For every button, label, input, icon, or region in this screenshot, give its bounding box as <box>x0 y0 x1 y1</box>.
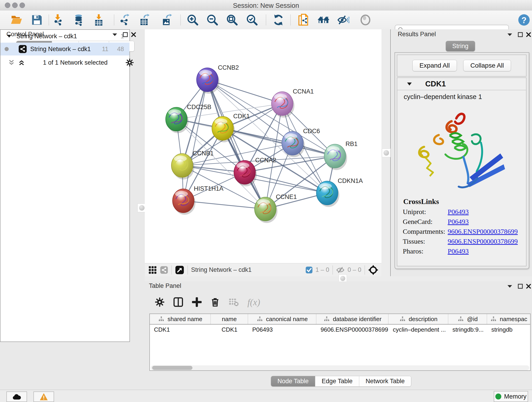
export-table-button[interactable] <box>138 13 151 27</box>
edge-CCNE1-HIST1H1A[interactable] <box>183 201 265 209</box>
zoom-fit-button[interactable] <box>225 13 239 27</box>
close-panel-icon[interactable] <box>130 31 138 38</box>
import-table-button[interactable] <box>92 13 105 27</box>
column-header[interactable]: shared name <box>150 314 211 324</box>
scrollbar-thumb[interactable] <box>152 366 192 370</box>
column-header[interactable]: @id <box>448 314 487 324</box>
first-neighbors-button[interactable] <box>317 13 330 27</box>
column-header[interactable]: canonical name <box>248 314 317 324</box>
toolbar-separator <box>365 265 365 274</box>
table-cell[interactable]: 9606.ENSP00000378699 <box>317 325 389 335</box>
string-network-icon <box>18 45 27 53</box>
delete-column-trash-icon[interactable] <box>210 297 220 307</box>
export-network-icon <box>118 14 131 26</box>
zoom-in-icon <box>186 14 199 26</box>
column-header[interactable]: namespac <box>487 314 530 324</box>
title-bar: Session: New Session <box>0 0 532 11</box>
crosslink-link[interactable]: P06493 <box>448 247 469 255</box>
node-RB1[interactable]: RB1 <box>324 140 358 170</box>
network-collection-row[interactable]: String Network – cdk1 1 <box>0 30 129 43</box>
toolbar-separator <box>332 265 333 274</box>
node-HIST1H1A[interactable]: HIST1H1A <box>172 185 223 215</box>
expand-all-button[interactable]: Expand All <box>412 60 457 71</box>
crosslink-link[interactable]: 9606.ENSP00000378699 <box>448 228 518 235</box>
results-panel-tabs: String <box>446 41 475 51</box>
apply-layout-button[interactable] <box>272 13 285 27</box>
import-network-from-database-button[interactable] <box>72 13 85 27</box>
node-CDC6[interactable]: CDC6 <box>282 128 320 157</box>
column-header[interactable]: database identifier <box>317 314 389 324</box>
crosslink-label: Tissues: <box>403 237 448 245</box>
crosslink-link[interactable]: 9606.ENSP00000378699 <box>448 237 518 245</box>
tab-network-table[interactable]: Network Table <box>359 376 411 386</box>
right-splitter-handle[interactable] <box>382 148 391 157</box>
collection-disclosure-icon[interactable] <box>7 35 12 38</box>
network-graph[interactable]: CCNB2CCNA1CDC25BCDK1CDC6RB1CCNB1CCNA2CDK… <box>145 29 381 263</box>
collapse-all-networks-icon[interactable] <box>8 59 15 66</box>
tab-node-table[interactable]: Node Table <box>271 376 315 386</box>
horizontal-scrollbar[interactable] <box>151 365 529 370</box>
tab-edge-table[interactable]: Edge Table <box>315 376 359 386</box>
hide-selected-button[interactable] <box>336 13 350 27</box>
selected-checkbox-icon[interactable] <box>305 266 313 274</box>
table-cell[interactable]: P06493 <box>248 325 317 335</box>
horizontal-splitter[interactable] <box>145 276 532 281</box>
open-session-button[interactable] <box>10 13 23 27</box>
image-export-icon <box>161 14 173 26</box>
table-cell[interactable]: stringdb:9... <box>448 325 487 335</box>
clone-network-button[interactable] <box>298 13 311 27</box>
toolbar-separator <box>187 265 188 274</box>
export-network-button[interactable] <box>118 13 131 27</box>
float-panel-icon[interactable] <box>516 31 524 38</box>
zoom-out-button[interactable] <box>206 13 219 27</box>
node-CCNA1[interactable]: CCNA1 <box>272 88 314 118</box>
hidden-eye-slash-icon[interactable] <box>336 266 345 274</box>
selected-node-edge-counts: 1 – 0 <box>316 266 329 274</box>
network-canvas[interactable]: CCNB2CCNA1CDC25BCDK1CDC6RB1CCNB1CCNA2CDK… <box>145 29 381 263</box>
table-cell[interactable]: stringdb <box>487 325 530 335</box>
create-column-plus-icon[interactable] <box>192 297 202 307</box>
zoom-selected-button[interactable] <box>245 13 259 27</box>
close-panel-icon[interactable] <box>525 31 532 38</box>
export-image-button[interactable] <box>160 13 174 27</box>
protein-card-header[interactable]: CDK1 <box>397 78 526 90</box>
expand-all-networks-icon[interactable] <box>18 59 25 66</box>
show-grid-icon[interactable] <box>148 266 157 274</box>
protein-name: CDK1 <box>425 80 446 88</box>
center-view-crosshair-icon[interactable] <box>368 265 378 275</box>
table-cell[interactable]: CDK1 <box>211 325 248 335</box>
right-splitter[interactable] <box>381 29 392 276</box>
birdseye-view-icon[interactable] <box>175 265 184 274</box>
network-row[interactable]: String Network – cdk1 11 48 <box>0 43 129 56</box>
network-share-icon[interactable] <box>160 266 168 274</box>
float-panel-icon[interactable] <box>516 283 524 290</box>
table-row[interactable]: CDK1 CDK1 P06493 9606.ENSP00000378699 cy… <box>150 325 530 335</box>
protein-disclosure-icon[interactable] <box>407 82 412 86</box>
tab-string[interactable]: String <box>446 41 475 51</box>
table-settings-gear-icon[interactable] <box>155 297 165 307</box>
show-all-button[interactable] <box>359 13 372 27</box>
cloud-status-button[interactable] <box>6 391 27 402</box>
memory-button[interactable]: Memory <box>494 391 528 402</box>
node-CCNE1[interactable]: CCNE1 <box>254 193 297 223</box>
panel-menu-icon[interactable] <box>506 283 514 290</box>
table-cell[interactable]: CDK1 <box>150 325 211 335</box>
column-header[interactable]: name <box>211 314 248 324</box>
column-mapping-icon <box>256 316 263 322</box>
panel-menu-icon[interactable] <box>506 31 514 38</box>
network-options-gear-icon[interactable] <box>126 58 134 67</box>
zoom-in-button[interactable] <box>186 13 199 27</box>
help-button[interactable]: ? <box>517 13 531 27</box>
warnings-button[interactable] <box>33 391 54 402</box>
node-CCNB1[interactable]: CCNB1 <box>171 150 214 179</box>
node-CDKN1A[interactable]: CDKN1A <box>317 177 363 207</box>
crosslink-link[interactable]: P06493 <box>448 208 469 216</box>
show-columns-icon[interactable] <box>173 297 183 307</box>
collapse-all-button[interactable]: Collapse All <box>463 60 511 71</box>
crosslink-link[interactable]: P06493 <box>448 218 469 225</box>
import-network-button[interactable] <box>52 13 65 27</box>
close-panel-icon[interactable] <box>525 283 532 290</box>
table-cell[interactable]: cyclin–dependent ... <box>389 325 448 335</box>
save-session-button[interactable] <box>30 13 44 27</box>
column-header[interactable]: description <box>389 314 448 324</box>
